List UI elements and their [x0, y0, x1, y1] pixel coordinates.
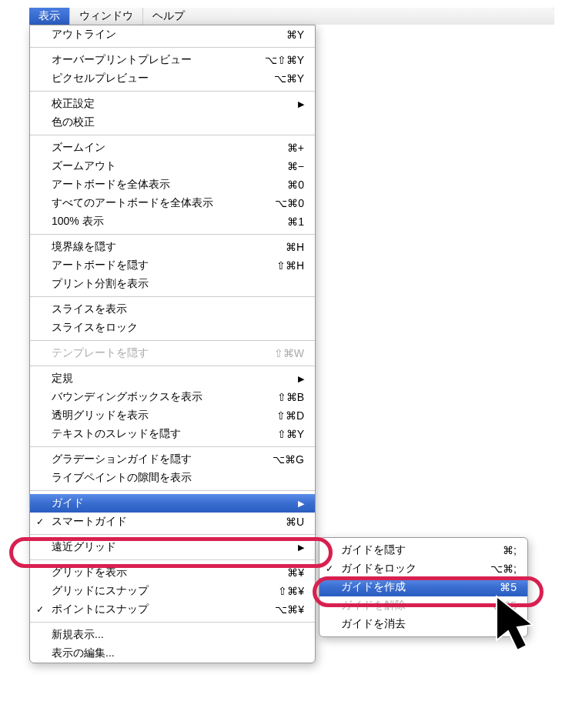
- submenu-makeguides[interactable]: ガイドを作成 ⌘5: [319, 578, 527, 596]
- check-icon: ✓: [36, 604, 44, 615]
- menu-fitartboard[interactable]: アートボードを全体表示 ⌘0: [30, 175, 315, 194]
- menu-label: ガイドを解除: [341, 599, 461, 613]
- menu-shortcut: ⌥⌘;: [477, 563, 517, 575]
- menubar-rest: [194, 8, 554, 25]
- menu-showslices[interactable]: スライスを表示: [30, 300, 315, 319]
- menubar-view[interactable]: 表示: [29, 8, 69, 25]
- menu-label: ライブペイントの隙間を表示: [52, 471, 304, 485]
- menu-label: ガイドを作成: [341, 580, 461, 594]
- menubar-help[interactable]: ヘルプ: [142, 8, 194, 25]
- menu-separator: [30, 622, 315, 623]
- menu-hideartboards[interactable]: アートボードを隠す ⇧⌘H: [30, 256, 315, 275]
- menu-shortcut: ⌘H: [264, 241, 304, 253]
- menu-editviews[interactable]: 表示の編集...: [30, 644, 315, 663]
- menu-separator: [30, 340, 315, 341]
- menu-label: ポイントにスナップ: [52, 603, 249, 616]
- menu-snapgrid[interactable]: グリッドにスナップ ⇧⌘¥: [30, 582, 315, 600]
- menu-guides[interactable]: ガイド ▶: [30, 494, 315, 513]
- check-icon: ✓: [326, 563, 333, 574]
- menu-label: スライスを表示: [52, 302, 304, 316]
- submenu-clearguides[interactable]: ガイドを消去: [319, 615, 527, 633]
- menu-proofsetup[interactable]: 校正設定 ▶: [30, 95, 315, 113]
- menu-shortcut: ⇧⌘¥: [264, 585, 304, 597]
- menu-label: ガイドを消去: [341, 617, 517, 631]
- menu-label: 校正設定: [52, 97, 283, 111]
- menu-label: アートボードを隠す: [52, 259, 249, 272]
- menu-label: ズームイン: [52, 141, 249, 155]
- submenu-releaseguides: ガイドを解除 ⌥⌘5: [319, 596, 527, 615]
- menu-hideedges[interactable]: 境界線を隠す ⌘H: [30, 238, 315, 256]
- menu-shortcut: ⌥⌘G: [264, 453, 304, 466]
- menu-label: スマートガイド: [52, 515, 249, 529]
- menu-label: グラデーションガイドを隠す: [52, 452, 249, 466]
- menu-label: 透明グリッドを表示: [52, 409, 249, 422]
- menu-label: ガイドを隠す: [341, 543, 461, 557]
- menu-label: 定規: [52, 372, 283, 386]
- menu-label: スライスをロック: [52, 321, 304, 335]
- menu-separator: [30, 234, 315, 235]
- menu-shortcut: ⌘0: [264, 179, 304, 191]
- menu-separator: [30, 490, 315, 491]
- menu-showbbox[interactable]: バウンディングボックスを表示 ⇧⌘B: [30, 388, 315, 406]
- menu-shortcut: ⇧⌘Y: [264, 428, 304, 440]
- menu-label: バウンディングボックスを表示: [52, 390, 249, 404]
- menu-shortcut: ⌘−: [264, 160, 304, 172]
- menu-hidegradient[interactable]: グラデーションガイドを隠す ⌥⌘G: [30, 450, 315, 469]
- menu-pixelpreview[interactable]: ピクセルプレビュー ⌥⌘Y: [30, 69, 315, 88]
- menubar-window[interactable]: ウィンドウ: [69, 8, 142, 25]
- menu-fitall[interactable]: すべてのアートボードを全体表示 ⌥⌘0: [30, 194, 315, 212]
- menu-label: プリント分割を表示: [52, 277, 304, 291]
- submenu-arrow-icon: ▶: [298, 99, 304, 109]
- submenu-arrow-icon: ▶: [298, 499, 304, 509]
- menu-label: すべてのアートボードを全体表示: [52, 196, 249, 210]
- menu-shortcut: ⌘¥: [264, 566, 304, 579]
- menu-label: グリッドにスナップ: [52, 584, 249, 598]
- guides-submenu: ガイドを隠す ⌘; ✓ ガイドをロック ⌥⌘; ガイドを作成 ⌘5 ガイドを解除…: [319, 537, 528, 637]
- menu-rulers[interactable]: 定規 ▶: [30, 369, 315, 388]
- menu-shortcut: ⌘Y: [264, 28, 304, 41]
- menu-snappoint[interactable]: ✓ ポイントにスナップ ⌥⌘¥: [30, 600, 315, 619]
- menu-outline[interactable]: アウトライン ⌘Y: [30, 25, 315, 44]
- menu-lockslices[interactable]: スライスをロック: [30, 319, 315, 337]
- menu-separator: [30, 135, 315, 135]
- menu-label: ズームアウト: [52, 159, 249, 173]
- menu-shortcut: ⇧⌘H: [264, 259, 304, 272]
- menu-label: 新規表示...: [52, 628, 304, 642]
- menu-label: グリッドを表示: [52, 566, 249, 579]
- menu-overprint[interactable]: オーバープリントプレビュー ⌥⇧⌘Y: [30, 51, 315, 69]
- menu-label: オーバープリントプレビュー: [52, 53, 249, 67]
- menu-proofcolors[interactable]: 色の校正: [30, 113, 315, 132]
- menu-separator: [30, 91, 315, 92]
- menu-shortcut: ⌘+: [264, 142, 304, 154]
- menu-label: 遠近グリッド: [52, 540, 283, 554]
- menu-actual[interactable]: 100% 表示 ⌘1: [30, 212, 315, 231]
- menu-shortcut: ⌥⌘¥: [264, 603, 304, 616]
- menu-separator: [30, 296, 315, 297]
- menu-perspective[interactable]: 遠近グリッド ▶: [30, 538, 315, 556]
- submenu-hideguides[interactable]: ガイドを隠す ⌘;: [319, 541, 527, 559]
- menu-newview[interactable]: 新規表示...: [30, 626, 315, 644]
- menu-zoomout[interactable]: ズームアウト ⌘−: [30, 157, 315, 175]
- menu-zoomin[interactable]: ズームイン ⌘+: [30, 139, 315, 157]
- menu-shortcut: ⌘5: [477, 581, 517, 593]
- menu-shortcut: ⇧⌘B: [264, 391, 304, 403]
- submenu-lockguides[interactable]: ✓ ガイドをロック ⌥⌘;: [319, 559, 527, 578]
- menubar: 表示 ウィンドウ ヘルプ: [29, 8, 554, 25]
- menu-shortcut: ⇧⌘W: [264, 347, 304, 359]
- menu-label: 100% 表示: [52, 215, 249, 229]
- submenu-arrow-icon: ▶: [298, 374, 304, 384]
- menu-separator: [30, 446, 315, 447]
- menu-showgrid[interactable]: グリッドを表示 ⌘¥: [30, 563, 315, 582]
- check-icon: ✓: [36, 516, 44, 527]
- menu-label: 境界線を隠す: [52, 240, 249, 254]
- menu-shortcut: ⌥⌘Y: [264, 72, 304, 85]
- menu-showtransgrid[interactable]: 透明グリッドを表示 ⇧⌘D: [30, 406, 315, 425]
- menu-showprinttiling[interactable]: プリント分割を表示: [30, 275, 315, 293]
- menu-showlivepaint[interactable]: ライブペイントの隙間を表示: [30, 469, 315, 487]
- menu-smartguides[interactable]: ✓ スマートガイド ⌘U: [30, 513, 315, 531]
- menu-hidetextthreads[interactable]: テキストのスレッドを隠す ⇧⌘Y: [30, 425, 315, 443]
- menu-shortcut: ⌥⌘0: [264, 197, 304, 209]
- menu-shortcut: ⌥⌘5: [477, 599, 517, 612]
- submenu-arrow-icon: ▶: [298, 543, 304, 553]
- menu-shortcut: ⌥⇧⌘Y: [264, 54, 304, 66]
